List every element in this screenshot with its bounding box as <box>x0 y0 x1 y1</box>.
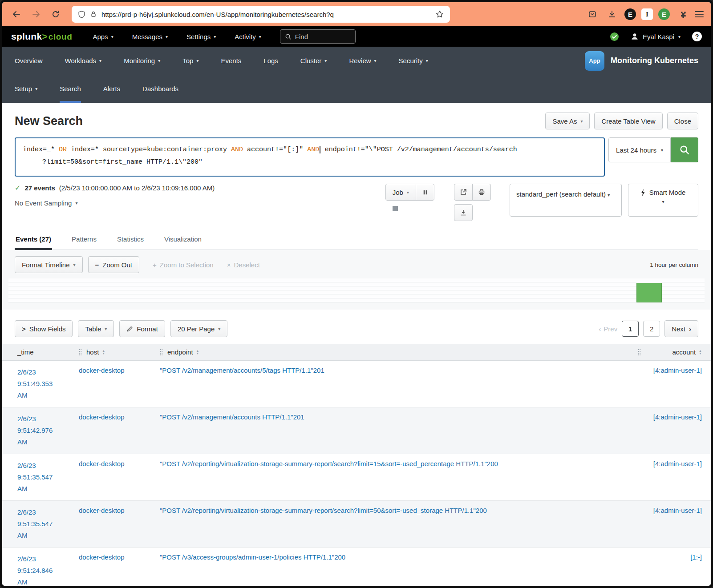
pocket-button[interactable] <box>585 7 600 21</box>
stop-job-button[interactable] <box>393 206 398 211</box>
save-as-button[interactable]: Save As ▾ <box>545 113 590 129</box>
tab-visualization[interactable]: Visualization <box>163 231 203 250</box>
timeline-chart[interactable] <box>8 278 705 302</box>
timeline-bar[interactable] <box>636 283 662 302</box>
nav-overview[interactable]: Overview <box>15 47 43 75</box>
show-fields-button[interactable]: > Show Fields <box>15 320 73 337</box>
endpoint-link[interactable]: "POST /v2/management/accounts HTTP/1.1"2… <box>160 413 304 421</box>
address-bar[interactable]: https://prd-p-h6jvj.splunkcloud.com/en-U… <box>72 6 450 23</box>
endpoint-column-header[interactable]: endpoint <box>167 348 193 356</box>
nav-security[interactable]: Security▾ <box>399 47 428 75</box>
event-time-link[interactable]: 2/6/239:51:49.353AM <box>17 366 72 401</box>
endpoint-link[interactable]: "POST /v3/access-groups/admin-user-1/pol… <box>160 553 345 561</box>
nav-logs[interactable]: Logs <box>263 47 278 75</box>
menu-apps[interactable]: Apps ▾ <box>93 33 113 40</box>
endpoint-link[interactable]: "POST /v2/reporting/virtualization-stora… <box>160 460 498 467</box>
nav-workloads[interactable]: Workloads▾ <box>65 47 102 75</box>
nav-top[interactable]: Top▾ <box>182 47 199 75</box>
nav-setup[interactable]: Setup▾ <box>15 75 37 103</box>
per-page-selector[interactable]: 20 Per Page ▾ <box>170 320 227 337</box>
sort-icon[interactable]: ▲▼ <box>196 350 199 354</box>
browser-forward-button[interactable] <box>29 7 43 21</box>
nav-review[interactable]: Review▾ <box>349 47 376 75</box>
column-drag-handle-icon[interactable] <box>79 349 82 355</box>
menu-messages[interactable]: Messages ▾ <box>132 33 168 40</box>
nav-cluster[interactable]: Cluster▾ <box>300 47 327 75</box>
zoom-out-button[interactable]: − Zoom Out <box>88 256 139 273</box>
account-link[interactable]: [4:admin-user-1] <box>653 366 702 374</box>
tab-events[interactable]: Events (27) <box>15 231 52 250</box>
find-box[interactable] <box>280 29 356 44</box>
menu-button[interactable] <box>695 9 704 19</box>
job-menu-button[interactable]: Job ▾ <box>385 184 416 201</box>
sort-icon[interactable]: ▲▼ <box>102 350 105 354</box>
nav-alerts[interactable]: Alerts <box>103 75 120 103</box>
downloads-button[interactable] <box>605 7 619 21</box>
time-range-picker[interactable]: Last 24 hours ▾ <box>608 137 671 162</box>
pause-job-button[interactable] <box>416 184 434 201</box>
help-button[interactable]: ? <box>692 32 702 41</box>
account-link[interactable]: [1:-] <box>690 553 702 561</box>
extensions-button[interactable] <box>675 7 689 21</box>
extension-badge-3[interactable]: E <box>658 8 670 20</box>
event-time-link[interactable]: 2/6/239:51:35.547AM <box>17 460 72 495</box>
endpoint-link[interactable]: "POST /v2/management/accounts/5/tags HTT… <box>160 366 324 374</box>
endpoint-link[interactable]: "POST /v2/reporting/virtualization-stora… <box>160 507 487 514</box>
expand-event-icon[interactable]: > <box>0 507 2 515</box>
menu-activity[interactable]: Activity ▾ <box>235 33 261 40</box>
browser-back-button[interactable] <box>9 7 24 21</box>
host-link[interactable]: docker-desktop <box>79 460 125 467</box>
nav-monitoring[interactable]: Monitoring▾ <box>124 47 160 75</box>
time-column-header[interactable]: _time <box>17 348 34 356</box>
host-link[interactable]: docker-desktop <box>79 366 125 374</box>
nav-events[interactable]: Events <box>221 47 241 75</box>
user-menu[interactable]: Eyal Kaspi ▾ <box>631 32 681 40</box>
page-2-button[interactable]: 2 <box>643 321 660 337</box>
expand-event-icon[interactable]: > <box>0 367 2 375</box>
search-mode-perf-selector[interactable]: standard_perf (search default) ▾ <box>510 184 622 217</box>
host-link[interactable]: docker-desktop <box>79 413 125 421</box>
display-as-table-button[interactable]: Table ▾ <box>78 320 114 337</box>
account-column-header[interactable]: account <box>672 348 696 356</box>
next-page-button[interactable]: Next › <box>664 320 698 337</box>
search-query-input[interactable]: index=_* OR index=* sourcetype=kube:cont… <box>15 137 605 177</box>
expand-event-icon[interactable]: > <box>0 414 2 422</box>
host-column-header[interactable]: host <box>86 348 99 356</box>
host-link[interactable]: docker-desktop <box>79 507 125 514</box>
share-job-button[interactable] <box>454 184 473 201</box>
format-button[interactable]: Format <box>119 320 165 337</box>
host-link[interactable]: docker-desktop <box>79 553 125 561</box>
format-timeline-button[interactable]: Format Timeline ▾ <box>15 256 83 273</box>
expand-event-icon[interactable]: > <box>0 554 2 562</box>
account-link[interactable]: [4:admin-user-1] <box>653 413 702 421</box>
tab-statistics[interactable]: Statistics <box>116 231 145 250</box>
menu-settings[interactable]: Settings ▾ <box>186 33 216 40</box>
status-check-icon[interactable] <box>610 32 619 41</box>
event-sampling-selector[interactable]: No Event Sampling ▾ <box>15 199 77 207</box>
expand-event-icon[interactable]: > <box>0 461 2 468</box>
column-drag-handle-icon[interactable] <box>160 349 163 355</box>
nav-search[interactable]: Search <box>60 75 81 103</box>
sort-icon[interactable]: ▲▼ <box>699 350 702 354</box>
event-time-link[interactable]: 2/6/239:51:42.976AM <box>17 413 72 448</box>
search-button[interactable] <box>671 137 698 162</box>
splunk-cloud-logo[interactable]: splunk > cloud <box>11 31 72 42</box>
event-time-link[interactable]: 2/6/239:51:24.846AM <box>17 553 72 588</box>
tab-patterns[interactable]: Patterns <box>71 231 97 250</box>
extension-badge-1[interactable]: E <box>624 8 636 20</box>
smart-mode-selector[interactable]: Smart Mode ▾ <box>628 184 698 217</box>
nav-dashboards[interactable]: Dashboards <box>142 75 178 103</box>
column-drag-handle-icon[interactable] <box>638 349 641 355</box>
browser-reload-button[interactable] <box>49 7 63 21</box>
print-job-button[interactable] <box>472 184 491 201</box>
export-results-button[interactable] <box>454 204 473 221</box>
page-1-button[interactable]: 1 <box>622 321 639 337</box>
extension-badge-2[interactable]: I <box>641 8 653 20</box>
account-link[interactable]: [4:admin-user-1] <box>653 460 702 467</box>
create-table-view-button[interactable]: Create Table View <box>594 113 662 129</box>
bookmark-star-icon[interactable] <box>436 10 444 18</box>
close-button[interactable]: Close <box>667 113 698 129</box>
account-link[interactable]: [4:admin-user-1] <box>653 507 702 514</box>
event-time-link[interactable]: 2/6/239:51:35.547AM <box>17 507 72 541</box>
find-input[interactable] <box>295 33 346 40</box>
